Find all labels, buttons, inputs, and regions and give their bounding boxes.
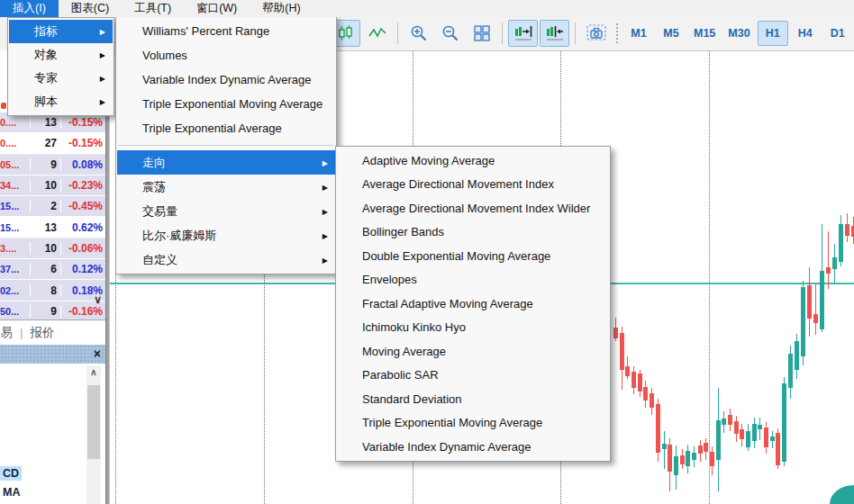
auto-scroll-icon [545, 24, 565, 42]
quotes-table: 0....13-0.15%0....27-0.15%05...90.08%34.… [0, 112, 105, 322]
navigator-item[interactable]: MA [0, 485, 23, 500]
menu-item[interactable]: Bollinger Bands [337, 220, 609, 245]
menu-item[interactable]: Volumes [117, 43, 335, 68]
zoom-out-icon [441, 24, 459, 42]
candle-body [716, 420, 721, 460]
tab-quotes[interactable]: 报价 [31, 325, 55, 341]
quote-change-percent: -0.15% [61, 137, 105, 149]
candle-body [625, 366, 630, 376]
menubar-item[interactable]: 插入(I) [0, 0, 59, 17]
menu-item[interactable]: Parabolic SAR [337, 364, 609, 388]
candle-body [656, 404, 660, 453]
timeframe-button-m5[interactable]: M5 [656, 21, 686, 46]
menu-item-label: Fractal Adaptive Moving Average [362, 297, 533, 310]
menu-item[interactable]: Standard Deviation [337, 387, 609, 411]
menubar-item[interactable]: 工具(T) [122, 0, 184, 17]
quote-row[interactable]: 34...10-0.23% [0, 176, 105, 196]
menubar-item[interactable]: 窗口(W) [184, 0, 250, 17]
menu-item[interactable]: 对象▶ [9, 43, 113, 67]
scroll-up-icon[interactable]: ∧ [86, 367, 101, 377]
navigator-titlebar[interactable]: × [0, 345, 105, 364]
camera-button[interactable] [581, 20, 611, 47]
quote-count: 8 [30, 284, 61, 297]
candle-body [704, 443, 708, 452]
candle-body [820, 271, 824, 329]
shift-chart-end-button[interactable] [508, 20, 538, 47]
scrollbar-thumb[interactable] [87, 385, 100, 459]
candle-body [807, 285, 812, 319]
timeframe-button-d1[interactable]: D1 [822, 21, 853, 46]
menu-item[interactable]: 走向▶ [117, 150, 335, 175]
navigator-item[interactable]: CD [0, 466, 22, 481]
menu-item[interactable]: 专家▶ [9, 67, 113, 90]
timeframe-button-m1[interactable]: M1 [623, 21, 654, 46]
quote-row[interactable]: 3....10-0.06% [0, 238, 105, 259]
menu-item[interactable]: Adaptive Moving Average [337, 148, 609, 173]
menu-item[interactable]: Triple Exponential Moving Average [337, 411, 609, 436]
shift-chart-end-icon [513, 24, 533, 42]
candlestick-chart-icon [337, 24, 355, 42]
quote-row[interactable]: 02...80.18% [0, 280, 105, 301]
quote-row[interactable]: 15...130.62% [0, 217, 105, 238]
candle-body [845, 224, 849, 236]
menu-item[interactable]: Triple Exponential Average [117, 116, 335, 140]
timeframe-button-m30[interactable]: M30 [722, 21, 755, 46]
menu-item[interactable]: Double Exponential Moving Average [337, 244, 609, 268]
quote-row[interactable]: 15...2-0.45% [0, 196, 105, 217]
navigator-scrollbar[interactable]: ∧ [86, 365, 101, 504]
quotes-scroll-down-icon[interactable]: ∨ [94, 293, 102, 306]
line-chart-button[interactable] [362, 20, 392, 47]
zoom-out-button[interactable] [435, 20, 465, 47]
menu-item[interactable]: Average Directional Movement Index [337, 173, 609, 197]
menu-item[interactable]: Variable Index Dynamic Average [337, 435, 609, 459]
insert-menu: 指标▶对象▶专家▶脚本▶ [7, 17, 114, 116]
timeframe-button-m15[interactable]: M15 [688, 21, 721, 46]
quote-row[interactable]: 05...90.08% [0, 155, 105, 176]
menubar-item[interactable]: 图表(C) [59, 0, 122, 17]
menu-item[interactable]: 震荡▶ [117, 175, 335, 199]
timeframe-button-h1[interactable]: H1 [758, 21, 788, 46]
menubar-item[interactable]: 帮助(H) [250, 0, 313, 17]
toolbar-drag-grip[interactable] [615, 22, 620, 44]
menu-item[interactable]: Triple Exponential Moving Average [117, 92, 335, 116]
close-icon[interactable]: × [94, 346, 101, 363]
menu-item-label: 比尔·威廉姆斯 [142, 228, 216, 244]
menu-item[interactable]: 自定义▶ [117, 248, 335, 272]
candle-body [826, 267, 831, 274]
menu-item-label: Standard Deviation [362, 392, 462, 406]
menu-item[interactable]: Williams' Percent Range [117, 19, 335, 43]
menu-item[interactable]: 交易量▶ [117, 199, 335, 223]
menu-item[interactable]: 脚本▶ [9, 90, 113, 113]
candle-body [662, 444, 667, 449]
quote-row[interactable]: 0....27-0.15% [0, 133, 105, 154]
candle-body [643, 387, 648, 400]
timeframe-button-h4[interactable]: H4 [790, 21, 821, 46]
quote-count: 9 [30, 305, 61, 318]
toolbar-separator [502, 22, 503, 44]
tab-divider: | [20, 326, 23, 339]
menu-item[interactable]: Ichimoku Kinko Hyo [337, 316, 609, 340]
submenu-arrow-icon: ▶ [100, 28, 105, 36]
candle-body [710, 452, 714, 466]
auto-scroll-button[interactable] [540, 20, 569, 47]
quote-count: 6 [30, 263, 61, 275]
tile-windows-icon [473, 24, 491, 42]
candle-wick [815, 284, 816, 335]
tab-trade[interactable]: 交易 [0, 325, 13, 341]
candle-body [813, 314, 818, 323]
menu-item[interactable]: Envelopes [337, 268, 609, 292]
menu-item[interactable]: 指标▶ [9, 20, 113, 43]
zoom-in-button[interactable] [404, 20, 433, 47]
quote-row[interactable]: 37...60.12% [0, 259, 105, 280]
tile-windows-button[interactable] [467, 20, 496, 47]
quote-change-percent: -0.06% [61, 242, 105, 255]
panel-splitter[interactable] [105, 50, 110, 504]
menu-item[interactable]: Moving Average [337, 339, 609, 364]
candle-body [722, 418, 726, 425]
menu-item[interactable]: Fractal Adaptive Moving Average [337, 292, 609, 316]
menu-item[interactable]: 比尔·威廉姆斯▶ [117, 223, 335, 248]
menu-item[interactable]: Variable Index Dynamic Average [117, 68, 335, 92]
menu-item[interactable]: Average Directional Movement Index Wilde… [337, 196, 609, 220]
candle-body [686, 451, 690, 466]
submenu-arrow-icon: ▶ [323, 183, 328, 191]
